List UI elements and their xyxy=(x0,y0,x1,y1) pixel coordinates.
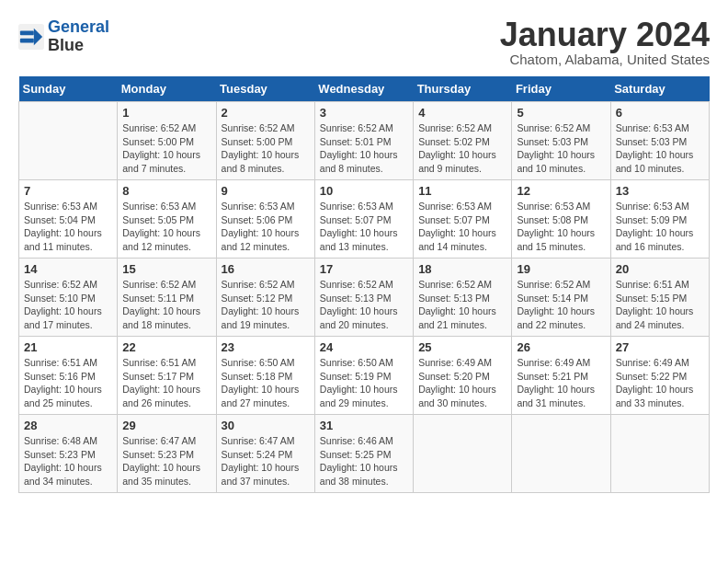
calendar-cell: 23Sunrise: 6:50 AMSunset: 5:18 PMDayligh… xyxy=(216,337,314,415)
calendar-cell: 25Sunrise: 6:49 AMSunset: 5:20 PMDayligh… xyxy=(414,337,512,415)
calendar-table: SundayMondayTuesdayWednesdayThursdayFrid… xyxy=(18,76,710,493)
day-info: Sunrise: 6:53 AMSunset: 5:04 PMDaylight:… xyxy=(24,200,112,254)
calendar-cell: 27Sunrise: 6:49 AMSunset: 5:22 PMDayligh… xyxy=(610,337,709,415)
calendar-cell xyxy=(19,102,118,180)
day-number: 7 xyxy=(24,184,112,198)
logo-text: General Blue xyxy=(48,18,109,55)
day-info: Sunrise: 6:49 AMSunset: 5:22 PMDaylight:… xyxy=(616,356,704,410)
calendar-cell: 17Sunrise: 6:52 AMSunset: 5:13 PMDayligh… xyxy=(314,259,413,337)
calendar-cell: 29Sunrise: 6:47 AMSunset: 5:23 PMDayligh… xyxy=(118,415,216,493)
logo: General Blue xyxy=(18,18,109,55)
day-info: Sunrise: 6:52 AMSunset: 5:14 PMDaylight:… xyxy=(517,278,605,332)
day-info: Sunrise: 6:52 AMSunset: 5:02 PMDaylight:… xyxy=(418,121,506,176)
calendar-cell xyxy=(414,415,512,493)
calendar-cell xyxy=(610,415,709,493)
day-info: Sunrise: 6:53 AMSunset: 5:07 PMDaylight:… xyxy=(320,200,408,254)
day-number: 6 xyxy=(616,106,704,120)
calendar-cell: 26Sunrise: 6:49 AMSunset: 5:21 PMDayligh… xyxy=(512,337,610,415)
day-number: 15 xyxy=(122,262,210,276)
day-number: 18 xyxy=(418,262,506,276)
calendar-week-row: 28Sunrise: 6:48 AMSunset: 5:23 PMDayligh… xyxy=(19,415,710,493)
day-info: Sunrise: 6:49 AMSunset: 5:20 PMDaylight:… xyxy=(418,356,506,410)
day-number: 1 xyxy=(122,106,210,120)
day-number: 22 xyxy=(122,340,210,354)
day-info: Sunrise: 6:52 AMSunset: 5:00 PMDaylight:… xyxy=(222,121,310,176)
weekday-header-row: SundayMondayTuesdayWednesdayThursdayFrid… xyxy=(19,76,710,102)
calendar-cell: 6Sunrise: 6:53 AMSunset: 5:03 PMDaylight… xyxy=(610,102,709,180)
day-info: Sunrise: 6:48 AMSunset: 5:23 PMDaylight:… xyxy=(24,434,112,488)
calendar-week-row: 1Sunrise: 6:52 AMSunset: 5:00 PMDaylight… xyxy=(19,102,710,180)
weekday-header-monday: Monday xyxy=(118,76,216,102)
day-number: 5 xyxy=(517,106,605,120)
day-info: Sunrise: 6:50 AMSunset: 5:18 PMDaylight:… xyxy=(222,356,310,410)
day-number: 11 xyxy=(418,184,506,198)
day-number: 8 xyxy=(122,184,210,198)
calendar-cell xyxy=(512,415,610,493)
weekday-header-thursday: Thursday xyxy=(414,76,512,102)
logo-icon xyxy=(18,24,44,50)
calendar-week-row: 14Sunrise: 6:52 AMSunset: 5:10 PMDayligh… xyxy=(19,259,710,337)
title-block: January 2024 Chatom, Alabama, United Sta… xyxy=(500,18,710,67)
calendar-cell: 3Sunrise: 6:52 AMSunset: 5:01 PMDaylight… xyxy=(314,102,413,180)
calendar-cell: 8Sunrise: 6:53 AMSunset: 5:05 PMDaylight… xyxy=(118,180,216,259)
day-info: Sunrise: 6:53 AMSunset: 5:05 PMDaylight:… xyxy=(122,200,210,254)
calendar-cell: 16Sunrise: 6:52 AMSunset: 5:12 PMDayligh… xyxy=(216,259,314,337)
page-header: General Blue January 2024 Chatom, Alabam… xyxy=(18,18,710,67)
weekday-header-sunday: Sunday xyxy=(19,76,118,102)
calendar-cell: 30Sunrise: 6:47 AMSunset: 5:24 PMDayligh… xyxy=(216,415,314,493)
logo-line1: General xyxy=(48,17,109,36)
day-info: Sunrise: 6:53 AMSunset: 5:08 PMDaylight:… xyxy=(517,200,605,254)
logo-line2: Blue xyxy=(48,37,109,55)
day-info: Sunrise: 6:50 AMSunset: 5:19 PMDaylight:… xyxy=(320,356,408,410)
location-title: Chatom, Alabama, United States xyxy=(500,52,710,67)
day-number: 14 xyxy=(24,262,112,276)
day-number: 29 xyxy=(122,419,210,432)
weekday-header-saturday: Saturday xyxy=(610,76,709,102)
day-info: Sunrise: 6:46 AMSunset: 5:25 PMDaylight:… xyxy=(320,434,408,488)
day-info: Sunrise: 6:52 AMSunset: 5:11 PMDaylight:… xyxy=(122,278,210,332)
day-number: 23 xyxy=(222,340,310,354)
day-number: 12 xyxy=(517,184,605,198)
calendar-cell: 11Sunrise: 6:53 AMSunset: 5:07 PMDayligh… xyxy=(414,180,512,259)
day-number: 16 xyxy=(222,262,310,276)
weekday-header-friday: Friday xyxy=(512,76,610,102)
svg-rect-3 xyxy=(20,39,34,43)
calendar-cell: 28Sunrise: 6:48 AMSunset: 5:23 PMDayligh… xyxy=(19,415,118,493)
day-number: 13 xyxy=(616,184,704,198)
calendar-cell: 18Sunrise: 6:52 AMSunset: 5:13 PMDayligh… xyxy=(414,259,512,337)
svg-rect-2 xyxy=(20,30,34,35)
day-info: Sunrise: 6:52 AMSunset: 5:12 PMDaylight:… xyxy=(222,278,310,332)
day-info: Sunrise: 6:53 AMSunset: 5:03 PMDaylight:… xyxy=(616,121,704,176)
day-info: Sunrise: 6:52 AMSunset: 5:13 PMDaylight:… xyxy=(320,278,408,332)
calendar-cell: 31Sunrise: 6:46 AMSunset: 5:25 PMDayligh… xyxy=(314,415,413,493)
day-info: Sunrise: 6:47 AMSunset: 5:24 PMDaylight:… xyxy=(222,434,310,488)
day-info: Sunrise: 6:53 AMSunset: 5:07 PMDaylight:… xyxy=(418,200,506,254)
day-number: 27 xyxy=(616,340,704,354)
day-number: 19 xyxy=(517,262,605,276)
day-number: 4 xyxy=(418,106,506,120)
calendar-cell: 1Sunrise: 6:52 AMSunset: 5:00 PMDaylight… xyxy=(118,102,216,180)
calendar-cell: 13Sunrise: 6:53 AMSunset: 5:09 PMDayligh… xyxy=(610,180,709,259)
day-number: 10 xyxy=(320,184,408,198)
calendar-cell: 21Sunrise: 6:51 AMSunset: 5:16 PMDayligh… xyxy=(19,337,118,415)
day-info: Sunrise: 6:51 AMSunset: 5:16 PMDaylight:… xyxy=(24,356,112,410)
calendar-cell: 5Sunrise: 6:52 AMSunset: 5:03 PMDaylight… xyxy=(512,102,610,180)
day-number: 25 xyxy=(418,340,506,354)
weekday-header-tuesday: Tuesday xyxy=(216,76,314,102)
day-info: Sunrise: 6:51 AMSunset: 5:17 PMDaylight:… xyxy=(122,356,210,410)
calendar-cell: 10Sunrise: 6:53 AMSunset: 5:07 PMDayligh… xyxy=(314,180,413,259)
day-number: 26 xyxy=(517,340,605,354)
calendar-cell: 12Sunrise: 6:53 AMSunset: 5:08 PMDayligh… xyxy=(512,180,610,259)
day-number: 3 xyxy=(320,106,408,120)
day-info: Sunrise: 6:52 AMSunset: 5:10 PMDaylight:… xyxy=(24,278,112,332)
day-number: 20 xyxy=(616,262,704,276)
calendar-cell: 9Sunrise: 6:53 AMSunset: 5:06 PMDaylight… xyxy=(216,180,314,259)
day-info: Sunrise: 6:51 AMSunset: 5:15 PMDaylight:… xyxy=(616,278,704,332)
calendar-week-row: 21Sunrise: 6:51 AMSunset: 5:16 PMDayligh… xyxy=(19,337,710,415)
day-number: 17 xyxy=(320,262,408,276)
weekday-header-wednesday: Wednesday xyxy=(314,76,413,102)
calendar-cell: 4Sunrise: 6:52 AMSunset: 5:02 PMDaylight… xyxy=(414,102,512,180)
day-info: Sunrise: 6:52 AMSunset: 5:03 PMDaylight:… xyxy=(517,121,605,176)
day-number: 31 xyxy=(320,419,408,432)
day-number: 2 xyxy=(222,106,310,120)
